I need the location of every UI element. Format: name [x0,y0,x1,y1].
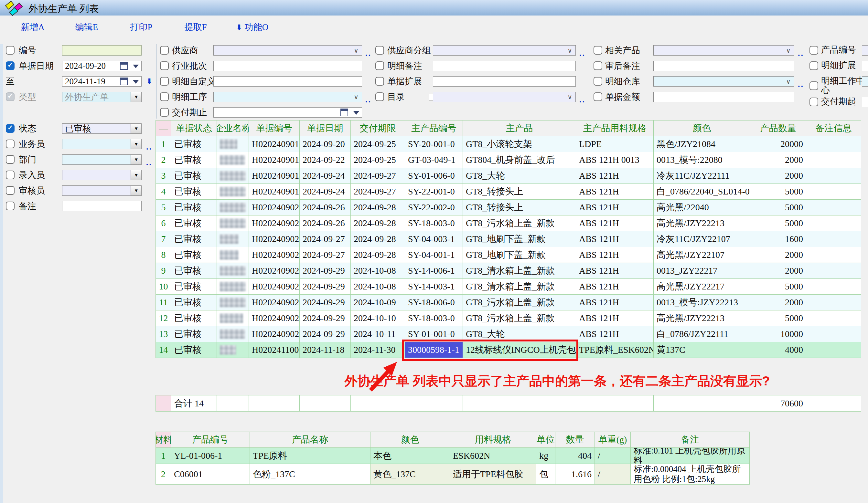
order-cell-product-code[interactable]: SY-18-006-0 [405,295,463,311]
order-cell-qty[interactable]: 1600 [750,231,806,247]
order-cell-color[interactable]: 0013_JZY22217 [654,263,750,279]
column-header-status[interactable]: 单据状态 [171,120,217,136]
order-cell-color[interactable]: 高光黑/JZY22107 [654,247,750,263]
order-cell-material-spec[interactable]: ABS 121H 0013 [576,152,654,168]
product-code-filter-checkbox[interactable] [809,46,818,55]
entry-clerk-filter-select[interactable] [62,170,131,180]
order-cell-company[interactable] [217,263,249,279]
material-cell-remark[interactable]: 标准:0.000404 上机壳包胶所用色粉 比例:1包:25kg [631,464,750,485]
order-cell-doc-date[interactable]: 2024-09-29 [300,311,351,326]
order-cell-product[interactable]: GT8_污水箱上盖_新款 [463,311,576,326]
order-cell-material-spec[interactable]: ABS 121H [576,168,654,184]
order-cell-company[interactable] [217,295,249,311]
order-cell-delivery-date[interactable]: 2024-10-08 [351,279,405,295]
industry-batch-filter-checkbox[interactable] [160,61,169,70]
detail-work-center-filter-select[interactable] [862,76,868,86]
column-header-product-code[interactable]: 主产品编号 [405,120,463,136]
related-product-more-button[interactable]: .. [798,49,804,57]
order-cell-doc-date[interactable]: 2024-09-26 [300,200,351,216]
entry-clerk-filter-checkbox[interactable] [6,170,14,179]
doc-extend-filter-checkbox[interactable] [375,77,384,86]
detail-extend-filter-input[interactable] [862,61,868,71]
order-cell-row-number[interactable]: 2 [156,152,171,168]
material-cell-qty[interactable]: 404 [555,448,595,464]
order-cell-row-number[interactable]: 6 [156,216,171,231]
order-cell-company[interactable] [217,279,249,295]
column-header-doc-date[interactable]: 单据日期 [300,120,351,136]
order-cell-status[interactable]: 已审核 [171,231,217,247]
order-cell-qty[interactable]: 5000 [750,216,806,231]
order-cell-remark[interactable] [806,326,861,342]
order-cell-status[interactable]: 已审核 [171,326,217,342]
materials-column-header-qty[interactable]: 数量 [555,432,595,448]
order-cell-doc-date[interactable]: 2024-09-29 [300,326,351,342]
detail-remark-filter-checkbox[interactable] [375,61,384,70]
order-cell-delivery-date[interactable]: 2024-10-08 [351,263,405,279]
order-cell-company[interactable] [217,342,249,358]
order-cell-delivery-date[interactable]: 2024-10-10 [351,311,405,326]
order-cell-status[interactable]: 已审核 [171,152,217,168]
order-cell-company[interactable] [217,311,249,326]
calendar-icon[interactable] [340,108,348,116]
material-cell-color[interactable]: 黄色_137C [371,464,450,485]
department-filter-select[interactable] [62,155,131,165]
status-filter-select[interactable]: 已审核 [62,123,131,134]
order-cell-doc-date[interactable]: 2024-09-29 [300,279,351,295]
order-cell-doc-date[interactable]: 2024-09-29 [300,295,351,311]
order-cell-delivery-date[interactable]: 2024-09-28 [351,247,405,263]
order-cell-company[interactable] [217,200,249,216]
catalog-filter-checkbox[interactable] [375,92,384,101]
order-cell-qty[interactable]: 10000 [750,326,806,342]
order-cell-product[interactable]: GT8_地刷下盖_新款 [463,231,576,247]
order-cell-material-spec[interactable]: LDPE [576,136,654,152]
detail-process-more-button[interactable]: .. [365,96,371,104]
order-cell-product[interactable]: GT804_机身前盖_改后 [463,152,576,168]
material-cell-material-spec[interactable]: 适用于TPE料包胶 [450,464,536,485]
catalog-more-button[interactable]: .. [579,96,586,104]
supplier-filter-checkbox[interactable] [160,46,169,55]
remark-filter-checkbox[interactable] [6,202,14,210]
order-cell-status[interactable]: 已审核 [171,200,217,216]
functions-button[interactable]: ⬇ 功能O [226,21,278,33]
order-cell-delivery-date[interactable]: 2024-11-30 [351,342,405,358]
salesman-dropdown-button[interactable]: ▼ [131,139,142,149]
order-cell-delivery-date[interactable]: 2024-10-09 [351,295,405,311]
order-cell-doc-no[interactable]: H0202409019 [249,184,300,200]
order-cell-qty[interactable]: 2000 [750,168,806,184]
detail-extend-filter-checkbox[interactable] [809,61,818,70]
order-cell-doc-no[interactable]: H0202411001 [249,342,300,358]
order-cell-color[interactable]: 冷灰11C/JZY22111 [654,168,750,184]
order-cell-color[interactable]: 高光黑/22040 [654,200,750,216]
order-cell-material-spec[interactable]: ABS 121H [576,200,654,216]
extract-button[interactable]: 提取F [175,21,217,33]
date-dropdown-icon[interactable] [353,111,359,115]
order-cell-product[interactable]: GT8_小滚轮支架 [463,136,576,152]
order-cell-color[interactable]: 高光黑/JZY22213 [654,311,750,326]
detail-warehouse-filter-select[interactable]: ∨ [653,76,794,86]
column-header-qty[interactable]: 产品数量 [750,120,806,136]
auditor-filter-checkbox[interactable] [6,186,14,195]
material-cell-unit[interactable]: kg [536,448,555,464]
column-header-product[interactable]: 主产品 [463,120,576,136]
supplier-group-more-button[interactable]: .. [579,49,586,57]
order-cell-row-number[interactable]: 9 [156,263,171,279]
auditor-dropdown-button[interactable]: ▼ [131,186,142,196]
supplier-filter-select[interactable]: ∨ [213,45,362,55]
order-cell-delivery-date[interactable]: 2024-09-27 [351,184,405,200]
order-cell-remark[interactable] [806,279,861,295]
order-cell-product-code[interactable]: SY-04-003-1 [405,231,463,247]
order-cell-row-number[interactable]: 12 [156,311,171,326]
remark-filter-input[interactable] [62,201,142,211]
supplier-group-filter-checkbox[interactable] [375,46,384,55]
order-cell-row-number[interactable]: 5 [156,200,171,216]
order-cell-row-number[interactable]: 11 [156,295,171,311]
order-cell-color[interactable]: 高光黑/JZY22213 [654,216,750,231]
order-cell-color[interactable]: 黑色/JZY21084 [654,136,750,152]
order-cell-qty[interactable]: 20000 [750,136,806,152]
detail-warehouse-filter-checkbox[interactable] [593,77,602,86]
order-cell-doc-no[interactable]: H0202409024 [249,263,300,279]
order-cell-doc-no[interactable]: H0202409016 [249,136,300,152]
order-cell-doc-date[interactable]: 2024-09-26 [300,216,351,231]
order-cell-row-number[interactable]: 4 [156,184,171,200]
order-cell-company[interactable] [217,231,249,247]
